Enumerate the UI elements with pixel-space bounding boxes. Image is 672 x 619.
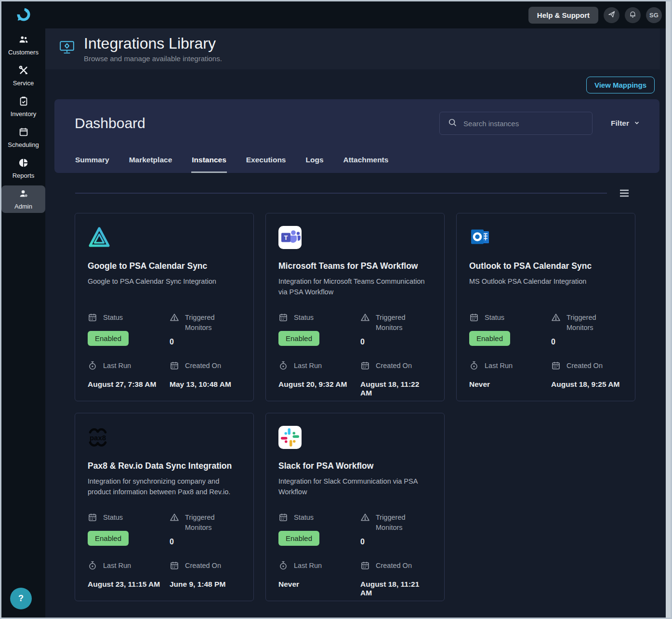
stopwatch-icon [278,361,288,373]
stopwatch-icon [88,561,97,573]
created-on-value: May 13, 10:48 AM [170,380,241,389]
stat-label-text: Status [485,313,504,323]
stopwatch-icon [88,361,97,373]
calendar-icon [278,513,288,525]
page-title: Integrations Library [84,35,222,52]
stat-label-text: Last Run [294,361,322,371]
created-on-value: August 18, 11:22 AM [360,380,432,397]
stat-status: Status Enabled [278,313,360,346]
user-avatar[interactable]: SG [646,7,662,23]
main-content: Integrations Library Browse and manage a… [45,28,666,618]
warning-triangle-icon [551,313,561,325]
instance-card-google-psa[interactable]: Google to PSA Calendar Sync Google to PS… [75,213,254,401]
last-run-value: August 27, 7:38 AM [88,380,170,389]
page-subtitle: Browse and manage available integrations… [84,54,222,63]
stat-label-text: Last Run [103,361,131,371]
warning-triangle-icon [170,513,179,525]
tab-summary[interactable]: Summary [75,151,110,173]
card-description: Google to PSA Calendar Sync Integration [88,276,241,287]
stat-created-on: Created On May 13, 10:48 AM [170,361,241,389]
calendar-icon [170,361,179,373]
tab-logs[interactable]: Logs [305,151,324,173]
stat-label-text: Triggered Monitors [185,313,241,333]
send-icon [607,10,616,20]
status-badge: Enabled [278,531,319,546]
notifications-button[interactable] [625,7,641,23]
search-icon [448,118,457,129]
tab-executions[interactable]: Executions [246,151,287,173]
calendar-icon [551,361,561,373]
dashboard-title: Dashboard [75,115,145,132]
calendar-icon [469,313,479,325]
filter-dropdown[interactable]: Filter [611,119,640,128]
last-run-value: Never [278,580,360,589]
sidebar-item-inventory[interactable]: Inventory [1,93,45,120]
stat-label-text: Triggered Monitors [567,313,622,333]
instance-card-pax8[interactable]: pax8 Pax8 & Rev.io Data Sync Integration… [75,413,254,601]
stat-created-on: Created On June 9, 1:48 PM [170,561,241,589]
floating-help-button[interactable]: ? [10,588,32,609]
stat-label-text: Last Run [485,361,513,371]
card-stats: Status Enabled Triggered Monitors [88,513,241,589]
calendar-icon [18,127,29,139]
people-icon [18,34,29,47]
pax8-logo: pax8 [88,426,111,449]
tab-marketplace[interactable]: Marketplace [129,151,173,173]
stat-label-text: Status [103,313,123,323]
stat-last-run: Last Run August 23, 11:15 AM [88,561,170,589]
stat-label-text: Triggered Monitors [376,513,432,533]
sidebar-item-service[interactable]: Service [1,62,45,90]
card-description: Integration for Microsoft Teams Communic… [278,276,432,297]
help-support-button[interactable]: Help & Support [528,7,598,24]
calendar-icon [88,513,97,525]
created-on-value: August 18, 9:25 AM [551,380,622,389]
tab-instances[interactable]: Instances [191,151,227,173]
stat-monitors: Triggered Monitors 0 [360,313,432,346]
teams-logo-letter: T [284,234,288,241]
stat-label-text: Created On [376,561,412,571]
sidebar-item-customers[interactable]: Customers [1,31,45,59]
stat-label-text: Status [294,313,314,323]
page-header: Integrations Library Browse and manage a… [45,28,660,69]
status-badge: Enabled [469,331,510,346]
tools-icon [18,65,29,78]
stat-label-text: Triggered Monitors [185,513,241,533]
filter-label: Filter [611,119,629,128]
warning-triangle-icon [360,313,370,325]
sidebar-item-label: Scheduling [8,141,39,148]
menu-icon[interactable] [619,189,629,197]
stopwatch-icon [469,361,479,373]
tab-attachments[interactable]: Attachments [343,151,389,173]
app-root: Help & Support SG [1,1,666,618]
card-description: Integration for synchronizing company an… [88,476,241,497]
created-on-value: June 9, 1:48 PM [170,580,241,589]
send-button[interactable] [604,7,619,23]
calendar-icon [360,561,370,573]
window-scrollbar[interactable] [666,1,671,618]
stat-label-text: Status [294,513,314,523]
view-mappings-button[interactable]: View Mappings [586,77,655,93]
topbar: Help & Support SG [1,1,666,28]
search-box [439,112,593,135]
instance-card-outlook[interactable]: Outlook to PSA Calendar Sync MS Outlook … [456,213,635,401]
sidebar-item-admin[interactable]: Admin [1,185,45,213]
stat-label-text: Created On [185,561,221,571]
dashboard-panel-head: Dashboard Filter [54,99,659,135]
sidebar-item-reports[interactable]: Reports [1,155,45,182]
sidebar-item-scheduling[interactable]: Scheduling [1,124,45,151]
stat-label-text: Last Run [103,561,131,571]
outlook-logo [469,226,492,249]
instance-card-slack[interactable]: Slack for PSA Workflow Integration for S… [265,413,445,601]
google-psa-triangle-logo [88,226,111,249]
app-logo-icon[interactable] [16,7,31,22]
actions-row: View Mappings [45,69,666,99]
last-run-value: Never [469,380,551,389]
instance-card-ms-teams[interactable]: T Microsoft Teams for PSA Workflow Integ… [265,213,445,401]
list-toolbar [45,189,666,198]
bell-icon [629,10,637,20]
card-stats: Status Enabled Triggered Monitors [278,513,432,597]
search-input[interactable] [463,119,584,128]
stat-last-run: Last Run August 20, 9:32 AM [278,361,360,397]
stat-label-text: Last Run [294,561,322,571]
card-description: MS Outlook PSA Calendar Integration [469,276,622,287]
